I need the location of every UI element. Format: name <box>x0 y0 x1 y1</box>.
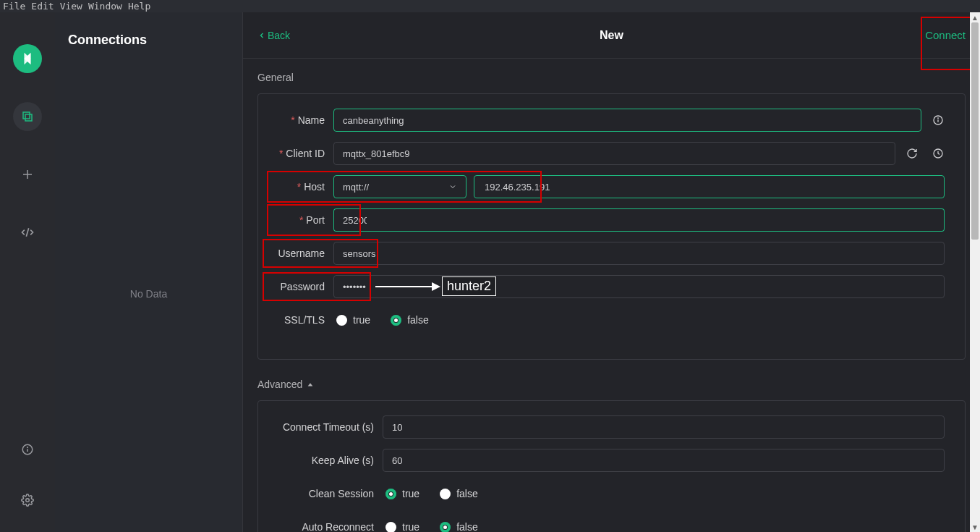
clientid-label: Client ID <box>267 148 333 159</box>
form-header: Back New Connect <box>243 12 980 59</box>
section-advanced[interactable]: Advanced <box>257 379 966 390</box>
keepalive-input[interactable] <box>383 449 945 472</box>
svg-rect-0 <box>23 112 30 119</box>
chevron-down-icon <box>448 182 457 191</box>
annotation-arrow: hunter2 <box>375 276 496 296</box>
section-general: General <box>257 72 966 83</box>
refresh-icon[interactable] <box>906 147 919 160</box>
menu-help[interactable]: Help <box>128 1 150 12</box>
nav-rail <box>0 12 55 532</box>
info-icon[interactable] <box>932 114 945 127</box>
svg-point-8 <box>26 499 30 502</box>
name-label: Name <box>267 114 333 126</box>
cleansession-true-radio[interactable]: true <box>385 488 419 499</box>
app-logo <box>13 44 42 73</box>
host-input[interactable] <box>474 175 945 198</box>
connect-button[interactable]: Connect <box>925 29 966 41</box>
ssl-false-radio[interactable]: false <box>391 314 429 326</box>
port-rest <box>375 208 945 232</box>
timeout-input[interactable] <box>383 415 945 439</box>
cleansession-label: Clean Session <box>267 488 383 499</box>
timeout-label: Connect Timeout (s) <box>267 421 383 433</box>
cleansession-false-radio[interactable]: false <box>440 488 478 499</box>
ssl-true-radio[interactable]: true <box>336 314 370 326</box>
svg-marker-14 <box>432 282 440 291</box>
nav-settings-icon[interactable] <box>13 486 42 515</box>
password-label: Password <box>267 281 333 292</box>
name-input[interactable] <box>333 109 921 132</box>
clientid-input[interactable] <box>333 142 895 165</box>
autoreconnect-label: Auto Reconnect <box>267 521 383 532</box>
scroll-up-icon[interactable]: ▲ <box>970 12 980 22</box>
host-scheme-select[interactable]: mqtt:// <box>333 175 466 198</box>
back-button[interactable]: Back <box>257 30 290 41</box>
username-input[interactable] <box>333 242 945 265</box>
scroll-down-icon[interactable]: ▼ <box>970 522 980 532</box>
nav-add-icon[interactable] <box>13 160 42 189</box>
menu-view[interactable]: View <box>60 1 82 12</box>
svg-point-7 <box>27 447 28 448</box>
form-title: New <box>600 29 623 42</box>
sidebar-empty: No Data <box>55 55 242 532</box>
annotation-text: hunter2 <box>442 276 496 296</box>
keepalive-label: Keep Alive (s) <box>267 455 383 466</box>
autoreconnect-true-radio[interactable]: true <box>385 521 419 532</box>
host-label: Host <box>267 181 333 193</box>
nav-connections-icon[interactable] <box>13 102 42 131</box>
history-icon[interactable] <box>932 147 945 160</box>
port-label: Port <box>267 214 333 226</box>
collapse-up-icon <box>307 381 314 388</box>
svg-rect-1 <box>25 114 32 121</box>
username-label: Username <box>267 248 333 259</box>
vertical-scrollbar[interactable]: ▲ ▼ <box>970 12 980 532</box>
ssl-label: SSL/TLS <box>267 314 333 326</box>
svg-marker-15 <box>308 383 313 386</box>
sidebar-title: Connections <box>55 12 242 55</box>
menu-window[interactable]: Window <box>88 1 122 12</box>
connections-sidebar: Connections No Data <box>55 12 242 532</box>
svg-line-4 <box>26 228 28 237</box>
port-input[interactable] <box>333 208 375 232</box>
menu-file[interactable]: File <box>3 1 25 12</box>
menu-edit[interactable]: Edit <box>31 1 54 12</box>
nav-code-icon[interactable] <box>13 218 42 247</box>
svg-point-11 <box>938 118 939 119</box>
nav-info-icon[interactable] <box>13 435 42 464</box>
menubar: File Edit View Window Help <box>0 0 980 12</box>
autoreconnect-false-radio[interactable]: false <box>440 521 478 532</box>
main-panel: Back New Connect General Name <box>242 12 980 532</box>
